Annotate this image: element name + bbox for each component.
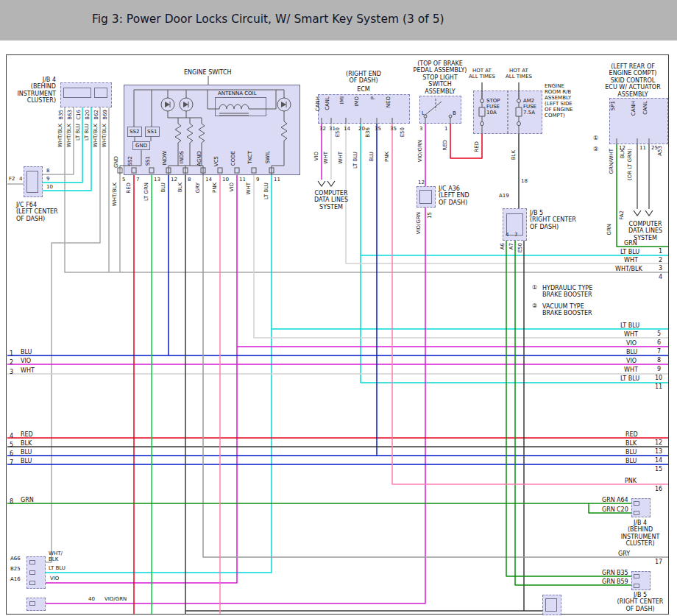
component-label-f64: J/C F64 (LEFT CENTER OF DASH) — [16, 202, 62, 222]
pin-number: 4 — [10, 433, 13, 439]
pin-label: IMO — [354, 96, 360, 107]
pin-number: 12 — [171, 177, 177, 183]
component-label-skid-control: (LEFT REAR OF ENGINE COMPT) SKID CONTROL… — [598, 63, 668, 98]
pin-number: 9 — [256, 177, 259, 183]
pin-label: IMI — [339, 96, 345, 104]
wire-label: GRN — [602, 506, 615, 513]
pin-label: B25 — [10, 566, 21, 572]
pin-number: 4 — [659, 274, 662, 280]
wire-label: (OR LT GRN) — [627, 149, 633, 180]
pin-number: 5 — [122, 177, 125, 183]
note-mark: ② — [532, 302, 537, 309]
pin-label: SS2 — [127, 156, 133, 166]
wire-label: WHT/BLK — [93, 124, 99, 147]
pin-label: B69 — [102, 110, 108, 120]
connector-label: A53 — [657, 146, 663, 156]
pin-label: SP1 — [610, 101, 616, 110]
wire-label: GRN/WHT — [609, 149, 614, 174]
wire-label: WHT/BLK — [112, 183, 118, 206]
wire-label: BLK — [620, 149, 625, 158]
note-mark-1: ① — [593, 135, 598, 141]
antenna-coil-box — [215, 97, 266, 116]
wire-label: VIO — [21, 358, 31, 364]
wire-label: WHT/ BLK — [49, 550, 63, 562]
wire-label: RED — [474, 141, 480, 152]
pin-label: A66 — [10, 556, 21, 562]
ss2-label: SS2 — [130, 129, 139, 135]
pin-label: B62 — [93, 110, 99, 120]
pin-label: B35 — [58, 110, 64, 120]
pin-number: 15 — [427, 212, 433, 219]
note-text: HYDRAULIC TYPE BRAKE BOOSTER — [542, 285, 592, 299]
wire-label: WHT/BLK — [57, 124, 63, 147]
hot-at-all-times-label: HOT AT ALL TIMES — [464, 68, 500, 79]
pin-number: 12 — [655, 439, 662, 446]
pin-label: CANL — [325, 96, 330, 110]
pin-number: 18 — [521, 178, 528, 184]
wire-label: BLU — [21, 458, 32, 464]
pin-label: GND — [113, 156, 119, 168]
wire-label: BLK — [177, 183, 183, 192]
pin-number: 35 — [390, 126, 397, 132]
pin-label: CODE — [230, 151, 236, 166]
pin-terminal — [29, 601, 35, 606]
stop-fuse-label: STOP FUSE 10A — [486, 98, 500, 116]
pin-number: 40 — [88, 596, 95, 602]
pin-label: NEO — [386, 96, 391, 107]
wire-label: GRY — [618, 550, 630, 557]
wire-label: WHT — [624, 257, 638, 263]
pin-label: C20 — [617, 506, 628, 513]
connector-label: E50 — [400, 127, 405, 137]
pin-number: 5 — [657, 330, 661, 337]
wire-label: WHT — [323, 152, 329, 163]
pin-number: 2 — [10, 359, 13, 366]
pin-number: 7 — [514, 232, 517, 238]
component-label-engine-room-rb: ENGINE ROOM R/B ASSEMBLY (LEFT SIDE OF E… — [545, 83, 583, 118]
pin-label: B20 — [85, 110, 91, 120]
pin-label: L — [422, 110, 425, 116]
wire-label: WHT — [624, 367, 638, 373]
pin-label: A6 — [500, 243, 506, 249]
pin-number: 11 — [239, 177, 246, 183]
connector-symbol — [26, 171, 38, 193]
pin-label: A64 — [617, 497, 628, 503]
pin-label: A16 — [10, 576, 21, 582]
pin-number: 35 — [375, 126, 381, 132]
pin-number: 5 — [10, 442, 13, 448]
pin-label: AGND — [196, 151, 202, 166]
component-label-a36: J/C A36 (LEFT END OF DASH) — [439, 185, 483, 206]
wire-label: GRN — [602, 578, 615, 585]
hot-at-all-times-label: HOT AT ALL TIMES — [501, 68, 536, 79]
pin-terminal — [29, 560, 35, 564]
pin-number: 8 — [10, 498, 13, 505]
wire-label: GRN — [606, 224, 612, 236]
pin-label: A7 — [508, 243, 514, 249]
wire-label: RED — [126, 183, 132, 194]
stop-light-switch-box — [419, 96, 461, 124]
connector-symbol — [63, 88, 91, 98]
wire-label: RED — [442, 140, 448, 151]
pin-number: 11 — [639, 145, 646, 151]
wire-label: LT BLU — [620, 375, 639, 382]
pin-label: SS1 — [145, 156, 151, 166]
pin-label: INDW — [162, 151, 168, 166]
pin-number: 7 — [10, 459, 13, 466]
component-label-jb4-bottom: J/B 4 (BEHIND INSTRUMENT CLUSTER) — [612, 520, 668, 548]
pin-terminal — [29, 581, 35, 585]
wire-label: WHT/BLK — [66, 124, 72, 147]
pin-number: 20 — [358, 126, 365, 132]
wire-label: RED — [625, 431, 638, 438]
pin-number: 10 — [655, 375, 662, 381]
pin-label: B — [453, 110, 456, 116]
pin-number: 15 — [655, 466, 662, 472]
pin-number: 1 — [659, 248, 662, 255]
wire-label: VIO — [626, 358, 637, 364]
pin-terminal — [634, 501, 639, 506]
wire-label: WHT — [246, 183, 252, 194]
pin-number: 14 — [205, 177, 212, 183]
wire-label: LT BLU — [49, 565, 65, 571]
pin-number: 3 — [419, 126, 422, 132]
pin-number: 1 — [10, 350, 13, 357]
pin-number: 8 — [46, 168, 49, 174]
pin-label: B35 — [617, 570, 628, 576]
